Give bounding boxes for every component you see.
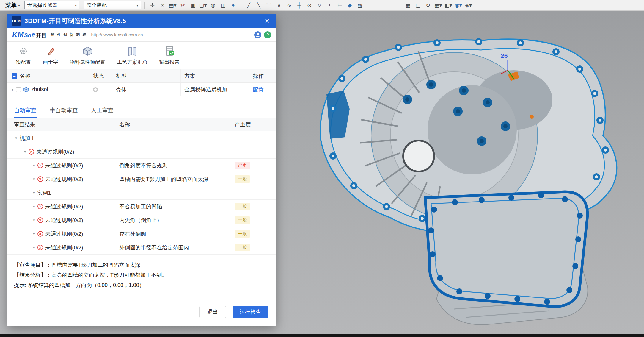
col-severity: 严重度 <box>235 121 251 128</box>
spline-icon[interactable]: ∿ <box>285 1 293 9</box>
result-row[interactable]: ▾ × 未通过规则(0/2) 不容易加工的凹陷 一般 <box>7 200 276 213</box>
box-icon <box>81 45 94 57</box>
tree-caret-icon[interactable]: ▾ <box>24 149 26 154</box>
severity-badge: 一般 <box>235 244 250 251</box>
configure-link[interactable]: 配置 <box>253 86 264 93</box>
view-cube-dropdown-icon[interactable]: ◧▾ <box>444 1 452 9</box>
tree-caret-icon[interactable]: ▾ <box>33 163 35 168</box>
link-icon[interactable]: ∞ <box>158 1 167 9</box>
viewport-3d[interactable]: 26 <box>276 11 644 334</box>
curve-icon[interactable]: ∧ <box>275 1 283 9</box>
scope-dropdown[interactable]: 整个装配 ▾ <box>84 1 141 9</box>
menu-button[interactable]: 菜单 ▾ <box>3 1 22 10</box>
chevron-down-icon: ▾ <box>18 3 20 7</box>
process-summary-button[interactable]: 工艺方案汇总 <box>117 45 147 65</box>
menu-label: 菜单 <box>5 1 17 9</box>
col-plan: 方案 <box>184 72 195 79</box>
fail-icon: × <box>37 176 43 182</box>
image-dropdown-icon[interactable]: ▤▾ <box>169 1 177 9</box>
tree-caret-icon[interactable]: ▾ <box>33 204 35 209</box>
arc-icon[interactable]: ⌒ <box>265 1 273 9</box>
result-row[interactable]: ▾ × 未通过规则(0/2) <box>7 145 276 159</box>
toolbar-separator <box>144 2 145 9</box>
tangent-icon[interactable]: ⊢ <box>336 1 344 9</box>
kmsoft-logo: KMSoft开目 <box>12 30 47 39</box>
result-row[interactable]: ▾ 机加工 <box>7 131 276 145</box>
magnet-icon[interactable]: ◆ <box>346 1 354 9</box>
gasket-flange-outer <box>425 192 588 307</box>
tree-caret-icon[interactable]: ▾ <box>15 136 17 140</box>
part-cube-icon <box>23 87 29 93</box>
render-dropdown-icon[interactable]: ◉▾ <box>454 1 462 9</box>
tree-caret-icon[interactable]: ▾ <box>33 232 35 236</box>
window-grid-icon[interactable]: ▦ <box>404 1 412 9</box>
preconfigure-button[interactable]: 预配置 <box>16 45 31 65</box>
draw-cross-button[interactable]: 画十字 <box>43 45 58 65</box>
chevron-down-icon: ▾ <box>136 3 138 7</box>
summary-analysis: 【结果分析】：高亮的凹槽的立面太深，T形刀可能都加工不到。 <box>14 270 269 280</box>
result-row[interactable]: ▾ 实例1 <box>7 186 276 200</box>
summary-review-item: 【审查项目】：凹槽内需要T影刀加工的凹陷立面太深 <box>14 260 269 270</box>
tab-semi-auto-review[interactable]: 半自动审查 <box>50 104 78 118</box>
selection-filter-value: 无选择过滤器 <box>27 2 57 9</box>
row-checkbox[interactable] <box>16 87 21 92</box>
col-review-result: 审查结果 <box>14 121 35 128</box>
dialog-footer: 退出 运行检查 <box>7 306 276 326</box>
rotate-icon[interactable]: ↻ <box>424 1 432 9</box>
pan-icon[interactable]: ✛ <box>148 1 156 9</box>
grid-dropdown-icon[interactable]: ▦▾ <box>434 1 442 9</box>
exit-button[interactable]: 退出 <box>199 306 226 318</box>
tab-auto-review[interactable]: 自动审查 <box>14 104 37 118</box>
polyline-icon[interactable]: ╲ <box>255 1 263 9</box>
tree-caret-icon[interactable]: ▾ <box>33 177 35 181</box>
severity-badge: 严重 <box>235 162 250 169</box>
col-machine-type: 机型 <box>116 72 127 79</box>
tree-caret-icon[interactable]: ▾ <box>33 245 35 250</box>
cross-icon[interactable]: ┼ <box>295 1 303 9</box>
pencil-icon <box>44 45 57 57</box>
dialog-titlebar[interactable]: DFM 3DDFM-开目可制造性分析系统V8.5 × <box>7 14 276 28</box>
result-row[interactable]: ▾ × 未通过规则(0/2) 外倒圆的半径不在给定范围内 一般 <box>7 241 276 255</box>
dialog-action-toolbar: 预配置 画十字 物料属性预配置 工艺方案汇总 <box>7 42 276 69</box>
copy-icon[interactable]: ▣ <box>189 1 197 9</box>
fail-icon: × <box>37 163 43 168</box>
tab-manual-review[interactable]: 人工审查 <box>91 104 114 118</box>
result-row[interactable]: ▾ × 未通过规则(0/2) 存在外倒圆 一般 <box>7 227 276 241</box>
plus-icon[interactable]: + <box>326 1 334 9</box>
book-icon <box>126 45 139 57</box>
scope-value: 整个装配 <box>87 2 107 9</box>
model-table-row[interactable]: ▾ zhuisol 壳体 金属模铸造后机加 配置 <box>7 83 276 96</box>
user-avatar-icon[interactable] <box>254 31 261 38</box>
tree-caret-icon[interactable]: ▾ <box>33 218 35 222</box>
fail-icon: × <box>37 217 43 223</box>
result-summary: 【审查项目】：凹槽内需要T影刀加工的凹陷立面太深 【结果分析】：高亮的凹槽的立面… <box>7 255 276 292</box>
result-row[interactable]: ▾ × 未通过规则(0/2) 内尖角（倒角上） 一般 <box>7 213 276 227</box>
export-report-button[interactable]: 输出报告 <box>159 45 180 65</box>
circle-center-icon[interactable]: ⊙ <box>305 1 313 9</box>
brand-url[interactable]: http:// www.kmsoft.com.cn <box>91 32 143 37</box>
result-row[interactable]: ▾ × 未通过规则(0/2) 倒角斜度不符合规则 严重 <box>7 159 276 172</box>
globe-icon[interactable]: ◍ <box>209 1 217 9</box>
material-preconfigure-button[interactable]: 物料属性预配置 <box>70 45 105 65</box>
fail-icon: × <box>37 245 43 250</box>
result-row[interactable]: ▾ × 未通过规则(0/2) 凹槽内需要T影刀加工的凹陷立面太深 一般 <box>7 172 276 186</box>
help-icon[interactable]: ? <box>264 31 271 38</box>
cut-icon[interactable]: ✂ <box>179 1 187 9</box>
layers-icon[interactable]: ◫ <box>219 1 227 9</box>
circle-icon[interactable]: ○ <box>315 1 323 9</box>
tree-caret-icon[interactable]: ▾ <box>33 191 35 195</box>
line-icon[interactable]: ╱ <box>245 1 253 9</box>
close-icon[interactable]: × <box>262 17 272 25</box>
run-check-button[interactable]: 运行检查 <box>233 306 268 318</box>
tree-caret-icon[interactable]: ▾ <box>12 87 14 92</box>
model-table-header: − 名称 状态 机型 方案 操作 <box>7 69 276 83</box>
selection-box-dropdown-icon[interactable]: ▢▾ <box>199 1 207 9</box>
summary-hint: 提示: 系统结算的凹槽加工方向为（0.00，0.00，1.00） <box>14 280 269 290</box>
col-name: 名称 <box>20 72 30 79</box>
cube-icon[interactable]: ▧ <box>356 1 364 9</box>
selection-filter-dropdown[interactable]: 无选择过滤器 ▾ <box>24 1 79 9</box>
window-icon[interactable]: ▢ <box>414 1 422 9</box>
sphere-icon[interactable]: ● <box>229 1 237 9</box>
select-all-checkbox[interactable]: − <box>12 73 17 79</box>
visual-style-dropdown-icon[interactable]: ◈▾ <box>464 1 472 9</box>
